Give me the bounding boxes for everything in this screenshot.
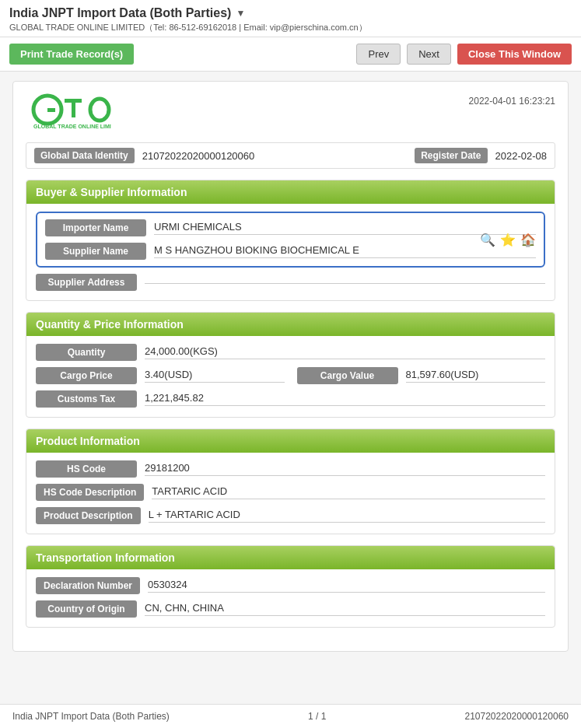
svg-text:GLOBAL TRADE ONLINE LIMITED: GLOBAL TRADE ONLINE LIMITED (33, 124, 111, 129)
buyer-supplier-body: Importer Name URMI CHEMICALS Supplier Na… (26, 204, 555, 300)
print-button[interactable]: Print Trade Record(s) (9, 44, 134, 65)
prev-button[interactable]: Prev (356, 44, 401, 65)
product-body: HS Code 29181200 HS Code Description TAR… (26, 453, 555, 534)
page-footer: India JNPT Import Data (Both Parties) 1 … (0, 704, 581, 728)
search-icon[interactable]: 🔍 (480, 233, 495, 247)
identity-row: Global Data Identity 2107202202000012006… (26, 142, 555, 169)
hs-code-desc-row: HS Code Description TARTARIC ACID (36, 484, 545, 501)
buyer-highlight-box: Importer Name URMI CHEMICALS Supplier Na… (36, 212, 545, 268)
importer-row: Importer Name URMI CHEMICALS (45, 219, 536, 236)
quantity-label: Quantity (36, 344, 137, 361)
cargo-value-label: Cargo Value (297, 367, 398, 384)
footer-center: 1 / 1 (308, 711, 326, 722)
cargo-price-value-row: Cargo Price 3.40(USD) Cargo Value 81,597… (36, 367, 545, 384)
quantity-price-section: Quantity & Price Information Quantity 24… (26, 312, 555, 418)
country-of-origin-value: CN, CHN, CHINA (145, 602, 545, 616)
customs-tax-label: Customs Tax (36, 390, 137, 408)
header-subtitle: GLOBAL TRADE ONLINE LIMITED（Tel: 86-512-… (9, 22, 572, 33)
title-text: India JNPT Import Data (Both Parties) (9, 6, 231, 20)
buyer-supplier-header: Buyer & Supplier Information (26, 180, 555, 204)
cargo-price-value: 3.40(USD) (145, 369, 285, 383)
title-dropdown-icon[interactable]: ▼ (236, 8, 245, 19)
country-of-origin-row: Country of Origin CN, CHN, CHINA (36, 600, 545, 618)
quantity-row: Quantity 24,000.00(KGS) (36, 344, 545, 361)
product-desc-value: L + TARTARIC ACID (149, 509, 545, 523)
cargo-value-value: 81,597.60(USD) (406, 369, 546, 383)
cargo-price-label: Cargo Price (36, 367, 137, 384)
supplier-label: Supplier Name (45, 243, 146, 260)
buyer-action-icons: 🔍 ⭐ 🏠 (480, 233, 536, 247)
record-card: GLOBAL TRADE ONLINE LIMITED 2022-04-01 1… (12, 81, 569, 652)
timestamp: 2022-04-01 16:23:21 (469, 96, 555, 107)
quantity-price-header: Quantity & Price Information (26, 313, 555, 336)
importer-label: Importer Name (45, 219, 146, 236)
star-icon[interactable]: ⭐ (500, 233, 516, 247)
declaration-number-value: 0530324 (148, 579, 545, 593)
product-header: Product Information (26, 429, 555, 453)
quantity-value: 24,000.00(KGS) (145, 345, 545, 359)
home-icon[interactable]: 🏠 (520, 233, 536, 247)
footer-right: 21072022020000120060 (465, 711, 569, 722)
customs-tax-value: 1,221,845.82 (145, 392, 545, 406)
product-desc-row: Product Description L + TARTARIC ACID (36, 507, 545, 524)
customs-tax-row: Customs Tax 1,221,845.82 (36, 390, 545, 408)
footer-left: India JNPT Import Data (Both Parties) (12, 711, 170, 722)
register-date-label: Register Date (415, 148, 487, 163)
close-button[interactable]: Close This Window (457, 44, 572, 65)
hs-code-desc-label: HS Code Description (36, 484, 144, 501)
supplier-address-value (145, 282, 545, 284)
transportation-body: Declaration Number 0530324 Country of Or… (26, 569, 555, 627)
quantity-price-body: Quantity 24,000.00(KGS) Cargo Price 3.40… (26, 336, 555, 417)
importer-value: URMI CHEMICALS (154, 221, 536, 235)
logo-row: GLOBAL TRADE ONLINE LIMITED 2022-04-01 1… (26, 93, 555, 131)
hs-code-desc-value: TARTARIC ACID (152, 485, 545, 499)
buyer-supplier-section: Buyer & Supplier Information Importer Na… (26, 180, 555, 301)
cargo-value-field: Cargo Value 81,597.60(USD) (297, 367, 546, 384)
logo-area: GLOBAL TRADE ONLINE LIMITED (26, 93, 111, 131)
svg-rect-3 (72, 99, 75, 117)
svg-point-4 (90, 99, 109, 121)
main-content: GLOBAL TRADE ONLINE LIMITED 2022-04-01 1… (0, 72, 581, 704)
hs-code-row: HS Code 29181200 (36, 460, 545, 478)
cargo-price-field: Cargo Price 3.40(USD) (36, 367, 285, 384)
svg-rect-1 (47, 108, 55, 112)
product-desc-label: Product Description (36, 507, 141, 524)
page-title: India JNPT Import Data (Both Parties) ▼ (9, 6, 572, 20)
product-section: Product Information HS Code 29181200 HS … (26, 429, 555, 534)
global-data-identity-value: 21072022020000120060 (142, 150, 402, 162)
register-date-value: 2022-02-08 (495, 150, 548, 162)
toolbar: Print Trade Record(s) Prev Next Close Th… (0, 37, 581, 72)
global-data-identity-label: Global Data Identity (34, 148, 135, 163)
supplier-row: Supplier Name M S HANGZHOU BIOKING BIOCH… (45, 243, 536, 260)
company-logo: GLOBAL TRADE ONLINE LIMITED (26, 93, 111, 131)
transportation-section: Transportation Information Declaration N… (26, 545, 555, 628)
country-of-origin-label: Country of Origin (36, 600, 137, 618)
declaration-number-label: Declaration Number (36, 577, 140, 594)
supplier-address-label: Supplier Address (36, 274, 137, 291)
declaration-number-row: Declaration Number 0530324 (36, 577, 545, 594)
hs-code-label: HS Code (36, 460, 137, 478)
transportation-header: Transportation Information (26, 546, 555, 569)
hs-code-value: 29181200 (145, 462, 545, 476)
page-header: India JNPT Import Data (Both Parties) ▼ … (0, 0, 581, 37)
supplier-value: M S HANGZHOU BIOKING BIOCHEMICAL E (154, 244, 536, 258)
next-button[interactable]: Next (407, 44, 451, 65)
supplier-address-row: Supplier Address (36, 274, 545, 291)
